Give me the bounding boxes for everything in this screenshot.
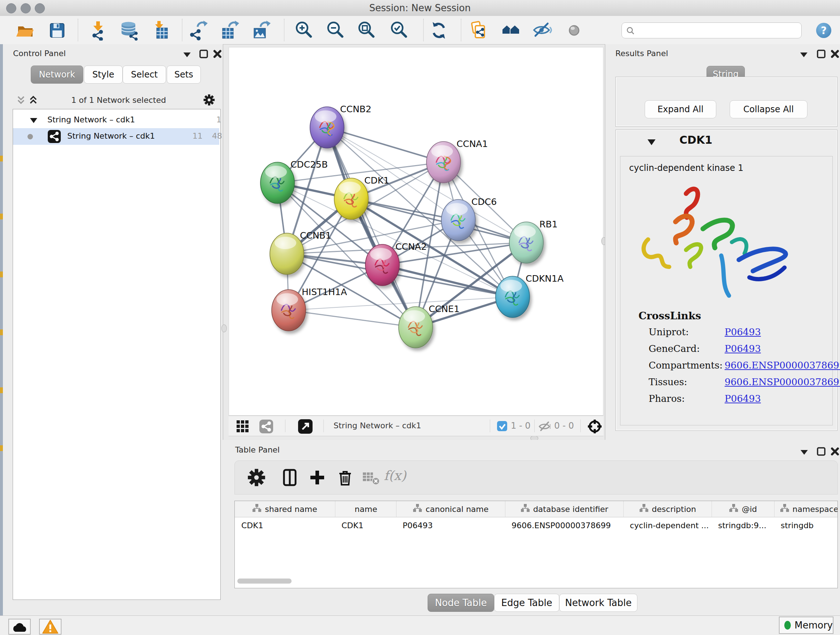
hide-eye-icon[interactable] (532, 20, 553, 41)
table-cell[interactable]: P06493 (396, 517, 505, 533)
column-header--id[interactable]: @id (712, 501, 775, 517)
table-panel-menu-icon[interactable] (799, 448, 809, 458)
memory-button[interactable]: Memory (779, 616, 834, 634)
network-list-options-gear-icon[interactable] (202, 93, 216, 108)
search-icon (626, 26, 635, 35)
zoom-selected-icon[interactable] (389, 20, 409, 41)
table-panel-close-icon[interactable] (830, 447, 840, 458)
crosslink-link[interactable]: P06493 (725, 326, 761, 337)
help-button[interactable]: ? (816, 23, 831, 38)
network-graph[interactable]: CCNB2 CCNA1 CDC25B CDK1 CDC6 RB1 (229, 48, 603, 415)
network-canvas[interactable]: CCNB2 CCNA1 CDC25B CDK1 CDC6 RB1 (229, 47, 603, 416)
table-panel-float-icon[interactable] (816, 447, 826, 458)
selected-checkbox-icon[interactable] (497, 421, 507, 431)
horizontal-scrollbar-thumb[interactable] (237, 578, 292, 584)
toolbar-divider (461, 19, 461, 41)
network-node-CDKN1A (496, 276, 530, 318)
show-columns-icon[interactable] (279, 467, 300, 488)
cloud-button[interactable] (8, 619, 31, 635)
network-node-CDK1 (334, 178, 368, 219)
warnings-button[interactable] (39, 619, 62, 635)
table-cell[interactable]: stringdb (774, 517, 838, 533)
results-panel-menu-icon[interactable] (799, 51, 808, 60)
table-cell[interactable]: 9606.ENSP00000378699 (505, 517, 623, 533)
refresh-icon[interactable] (429, 20, 449, 41)
collapse-all-networks-icon[interactable] (16, 95, 26, 106)
collapse-all-button[interactable]: Collapse All (729, 100, 807, 119)
houses-icon[interactable] (501, 20, 521, 41)
search-input[interactable] (622, 22, 802, 38)
table-options-gear-icon[interactable] (246, 467, 267, 488)
table-toolbar: f(x) (234, 461, 838, 494)
column-header-name[interactable]: name (335, 501, 396, 517)
expand-all-networks-icon[interactable] (28, 95, 38, 106)
network-row-selected[interactable]: String Network – cdk1 11 48 (13, 128, 219, 145)
crosslinks-title: CrossLinks (638, 310, 701, 322)
export-image-icon[interactable] (252, 20, 272, 41)
control-panel-menu-icon[interactable] (182, 51, 192, 60)
control-panel-float-icon[interactable] (199, 49, 209, 60)
background-window-sliver (0, 44, 3, 616)
column-header-database-identifier[interactable]: database identifier (505, 501, 624, 517)
table-cell[interactable]: CDK1 (235, 517, 335, 533)
annotations-icon[interactable] (469, 20, 489, 41)
column-header-description[interactable]: description (623, 501, 712, 517)
delete-column-icon[interactable] (335, 467, 355, 488)
zoom-fit-icon[interactable] (356, 20, 377, 41)
svg-text:CDC6: CDC6 (471, 196, 497, 207)
protein-structure-image (633, 179, 803, 306)
results-panel-close-icon[interactable] (830, 49, 840, 60)
column-header-namespace[interactable]: namespace (774, 501, 838, 517)
network-overview-toggle-icon[interactable] (259, 420, 273, 433)
application-window: Session: New Session ? Control Panel Net… (0, 0, 840, 635)
window-title: Session: New Session (0, 3, 840, 13)
tab-network[interactable]: Network (31, 65, 83, 84)
tab-network-table[interactable]: Network Table (559, 594, 638, 612)
table-cell[interactable]: stringdb:9... (712, 517, 774, 533)
birdseye-grid-icon[interactable] (237, 420, 249, 432)
open-folder-icon[interactable] (15, 20, 35, 41)
crosslink-link[interactable]: P06493 (725, 393, 761, 404)
crosslink-link[interactable]: 9606.ENSP00000378699 (725, 377, 840, 387)
tree-expander-icon[interactable] (29, 117, 38, 124)
save-icon[interactable] (47, 20, 67, 41)
tab-node-table[interactable]: Node Table (428, 594, 494, 612)
entry-collapse-icon[interactable] (647, 139, 656, 146)
open-in-window-icon[interactable] (298, 419, 313, 434)
column-header-shared-name[interactable]: shared name (235, 501, 335, 517)
control-panel-close-icon[interactable] (212, 49, 223, 60)
table-cell[interactable]: CDK1 (335, 517, 396, 533)
network-selection-status: 1 of 1 Network selected (46, 96, 191, 105)
zoom-in-icon[interactable] (294, 20, 314, 41)
collection-label: String Network – cdk1 (47, 115, 135, 124)
results-panel-float-icon[interactable] (816, 49, 826, 60)
import-database-icon[interactable] (118, 20, 139, 41)
crosslink-link[interactable]: 9606.ENSP00000378699 (725, 360, 840, 371)
table-row[interactable]: CDK1CDK1P064939606.ENSP00000378699cyclin… (235, 517, 837, 533)
export-table-icon[interactable] (220, 20, 240, 41)
zoom-out-icon[interactable] (325, 20, 346, 41)
tab-style[interactable]: Style (84, 65, 123, 84)
import-table-icon[interactable] (150, 20, 171, 41)
network-node-count: 11 (186, 131, 202, 141)
tab-sets[interactable]: Sets (167, 65, 201, 84)
crosshair-target-icon[interactable] (584, 416, 605, 437)
current-network-name: String Network – cdk1 (333, 421, 421, 430)
gray-orb-icon[interactable] (564, 20, 584, 41)
import-network-icon[interactable] (88, 20, 108, 41)
hidden-eye-icon[interactable] (538, 421, 551, 432)
tab-select[interactable]: Select (123, 65, 166, 84)
export-network-icon[interactable] (189, 20, 209, 41)
table-cell[interactable]: cyclin-dependent ... (623, 517, 712, 533)
svg-text:CCNB2: CCNB2 (340, 104, 371, 114)
crosslink-label: Uniprot: (649, 326, 689, 337)
splitter-handle-left[interactable] (221, 325, 227, 333)
network-collection-row[interactable]: String Network – cdk1 1 (13, 112, 219, 128)
crosslink-link[interactable]: P06493 (725, 343, 761, 354)
selected-node-edge-counts: 1 - 0 (511, 421, 531, 431)
svg-text:CCNB1: CCNB1 (300, 230, 332, 241)
column-header-canonical-name[interactable]: canonical name (396, 501, 505, 517)
add-column-icon[interactable] (307, 467, 327, 488)
tab-edge-table[interactable]: Edge Table (494, 594, 559, 612)
expand-all-button[interactable]: Expand All (645, 100, 716, 119)
